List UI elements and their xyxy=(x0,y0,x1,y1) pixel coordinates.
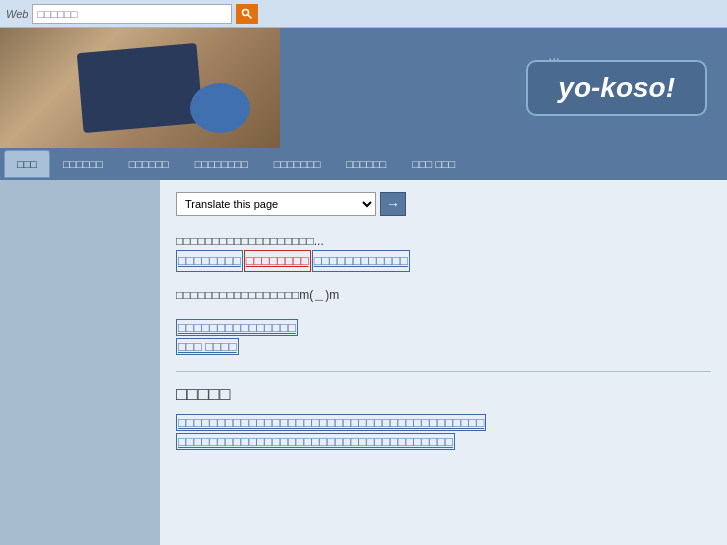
search-input[interactable] xyxy=(32,4,232,24)
search-icon xyxy=(241,8,253,20)
section-title: □□□□□ xyxy=(176,384,711,405)
block1-red[interactable]: □□□□□□□□ xyxy=(244,250,311,272)
block3-link2[interactable]: □□□ □□□□ xyxy=(176,338,239,355)
content-block-2: □□□□□□□□□□□□□□□□□m(＿)m xyxy=(176,286,711,304)
nav-tab-7[interactable]: □□□ □□□ xyxy=(399,150,468,178)
content-block-4: □□□□□□□□□□□□□□□□□□□□□□□□□□□□□□□□□□□□□□□ … xyxy=(176,413,711,452)
block1-line2: □□□□□□□□ □□□□□□□□ □□□□□□□□□□□□ xyxy=(176,250,711,272)
search-bar: Web xyxy=(0,0,727,28)
svg-line-1 xyxy=(249,15,252,18)
nav-tab-2[interactable]: □□□□□□ xyxy=(50,150,116,178)
translate-go-button[interactable]: → xyxy=(380,192,406,216)
content-block-1: □□□□□□□□□□□□□□□□□□□... □□□□□□□□ □□□□□□□□… xyxy=(176,232,711,272)
svg-point-0 xyxy=(243,9,249,15)
block2-line: □□□□□□□□□□□□□□□□□m(＿)m xyxy=(176,286,711,304)
block4-line2[interactable]: □□□□□□□□□□□□□□□□□□□□□□□□□□□□□□□□□□□ xyxy=(176,433,455,450)
block4-line1[interactable]: □□□□□□□□□□□□□□□□□□□□□□□□□□□□□□□□□□□□□□□ xyxy=(176,414,486,431)
header-image xyxy=(0,28,280,148)
nav-tab-4[interactable]: □□□□□□□□ xyxy=(182,150,261,178)
nav-tab-6[interactable]: □□□□□□ xyxy=(333,150,399,178)
nav-tabs: □□□ □□□□□□ □□□□□□ □□□□□□□□ □□□□□□□ □□□□□… xyxy=(0,148,727,180)
site-title: yo-koso! xyxy=(558,72,675,104)
divider xyxy=(176,371,711,372)
header-banner: yo-koso! xyxy=(0,28,727,148)
content-area: Translate this page → □□□□□□□□□□□□□□□□□□… xyxy=(160,180,727,545)
nav-tab-1[interactable]: □□□ xyxy=(4,150,50,178)
main-content: Translate this page → □□□□□□□□□□□□□□□□□□… xyxy=(0,180,727,545)
block3-link1[interactable]: □□□□□□□□□□□□□□□ xyxy=(176,319,298,336)
ruler-decoration xyxy=(190,83,250,133)
nav-tab-5[interactable]: □□□□□□□ xyxy=(261,150,334,178)
translate-bar: Translate this page → xyxy=(176,192,711,216)
nav-tab-3[interactable]: □□□□□□ xyxy=(116,150,182,178)
block1-suffix[interactable]: □□□□□□□□□□□□ xyxy=(312,250,410,272)
block1-line1: □□□□□□□□□□□□□□□□□□□... xyxy=(176,232,711,250)
block1-prefix[interactable]: □□□□□□□□ xyxy=(176,250,243,272)
header-title-box: yo-koso! xyxy=(526,60,707,116)
notebook-decoration xyxy=(77,43,204,133)
search-button[interactable] xyxy=(236,4,258,24)
sidebar xyxy=(0,180,160,545)
search-label: Web xyxy=(6,8,28,20)
content-block-3: □□□□□□□□□□□□□□□ □□□ □□□□ xyxy=(176,318,711,357)
translate-select[interactable]: Translate this page xyxy=(176,192,376,216)
